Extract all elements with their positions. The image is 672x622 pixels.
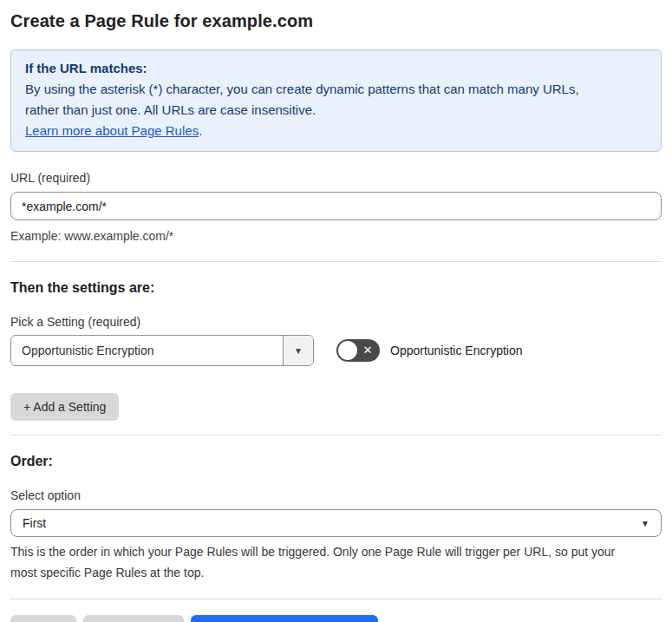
cancel-button[interactable]: Cancel: [10, 615, 76, 622]
settings-section-heading: Then the settings are:: [10, 280, 662, 296]
url-field-label: URL (required): [10, 171, 662, 185]
caret-down-icon: ▼: [294, 346, 303, 356]
page-rule-form: Create a Page Rule for example.com If th…: [0, 0, 672, 622]
caret-down-icon: ▼: [641, 519, 649, 528]
info-box-body-line1: By using the asterisk (*) character, you…: [25, 79, 647, 100]
divider: [10, 261, 662, 262]
order-select[interactable]: First ▼: [10, 509, 662, 537]
order-helper-line1: This is the order in which your Page Rul…: [10, 541, 662, 562]
divider: [10, 435, 662, 435]
save-as-draft-button[interactable]: Save as Draft: [83, 615, 185, 622]
add-setting-button[interactable]: + Add a Setting: [10, 393, 119, 421]
setting-dropdown[interactable]: Opportunistic Encryption ▼: [10, 335, 314, 366]
order-helper-text: This is the order in which your Page Rul…: [10, 541, 662, 583]
link-suffix: .: [199, 123, 202, 138]
url-example-helper: Example: www.example.com/*: [10, 226, 662, 246]
url-input[interactable]: [10, 192, 662, 220]
save-and-deploy-button[interactable]: Save and Deploy Page Rule: [191, 615, 378, 622]
learn-more-link[interactable]: Learn more about Page Rules: [25, 123, 199, 138]
toggle-off-x-icon: ✕: [357, 341, 378, 360]
opportunistic-encryption-toggle[interactable]: ✕: [336, 339, 380, 362]
order-helper-line2: most specific Page Rules at the top.: [10, 562, 662, 583]
setting-dropdown-arrow-button[interactable]: ▼: [283, 336, 313, 365]
order-section-heading: Order:: [10, 454, 662, 469]
pick-setting-label: Pick a Setting (required): [10, 315, 662, 329]
setting-dropdown-value: Opportunistic Encryption: [11, 336, 283, 365]
divider: [10, 599, 662, 599]
page-title: Create a Page Rule for example.com: [10, 11, 662, 31]
toggle-label: Opportunistic Encryption: [390, 344, 523, 357]
footer-actions: Cancel Save as Draft Save and Deploy Pag…: [10, 615, 662, 622]
order-select-label: Select option: [10, 488, 662, 502]
url-match-info-box: If the URL matches: By using the asteris…: [10, 49, 662, 152]
info-box-heading: If the URL matches:: [25, 58, 647, 79]
info-box-body-line2: rather than just one. All URLs are case …: [25, 100, 647, 121]
setting-toggle-group: ✕ Opportunistic Encryption: [336, 339, 523, 362]
order-select-value: First: [23, 516, 46, 530]
toggle-knob: [338, 341, 357, 360]
setting-row: Opportunistic Encryption ▼ ✕ Opportunist…: [10, 335, 662, 366]
